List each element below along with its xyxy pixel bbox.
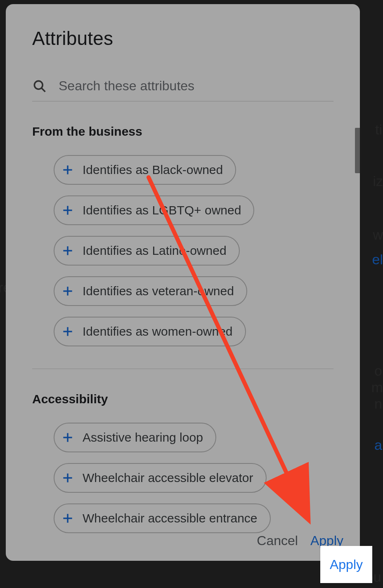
apply-highlight: Apply <box>320 546 372 583</box>
plus-icon <box>60 162 75 177</box>
bg-text: n <box>374 396 382 412</box>
plus-icon <box>60 430 75 445</box>
chip-label: Wheelchair accessible entrance <box>83 511 258 525</box>
chip-wheelchair-entrance[interactable]: Wheelchair accessible entrance <box>54 503 271 533</box>
chip-label: Identifies as veteran-owned <box>83 284 234 298</box>
cancel-button[interactable]: Cancel <box>257 533 298 548</box>
chip-label: Wheelchair accessible elevator <box>83 471 253 485</box>
chip-label: Assistive hearing loop <box>83 430 203 445</box>
chip-women-owned[interactable]: Identifies as women-owned <box>54 317 246 346</box>
plus-icon <box>60 470 75 485</box>
plus-icon <box>60 284 75 299</box>
search-input[interactable] <box>59 78 333 94</box>
chip-label: Identifies as LGBTQ+ owned <box>83 203 241 217</box>
svg-point-0 <box>34 81 43 89</box>
scrollbar-thumb[interactable] <box>355 128 360 173</box>
plus-icon <box>60 243 75 258</box>
chip-wheelchair-elevator[interactable]: Wheelchair accessible elevator <box>54 463 267 493</box>
svg-line-1 <box>42 88 45 92</box>
chip-veteran-owned[interactable]: Identifies as veteran-owned <box>54 276 247 306</box>
section-divider <box>32 369 333 369</box>
chip-label: Identifies as Latino-owned <box>83 244 227 258</box>
search-row <box>32 78 333 101</box>
search-icon <box>32 79 47 94</box>
bg-text: m <box>371 379 383 395</box>
modal-title: Attributes <box>32 27 333 49</box>
plus-icon <box>60 203 75 218</box>
section-title-accessibility: Accessibility <box>32 392 333 406</box>
chip-group-from-the-business: Identifies as Black-owned Identifies as … <box>32 155 333 346</box>
chip-lgbtq-owned[interactable]: Identifies as LGBTQ+ owned <box>54 195 254 225</box>
chip-label: Identifies as women-owned <box>83 325 233 339</box>
bg-text: iz <box>373 173 383 189</box>
chip-group-accessibility: Assistive hearing loop Wheelchair access… <box>32 423 333 533</box>
bg-text: el <box>372 252 383 268</box>
plus-icon <box>60 324 75 339</box>
bg-text: a <box>374 437 382 453</box>
bg-text: w <box>373 227 383 243</box>
bg-text: o <box>374 363 382 379</box>
apply-button[interactable]: Apply <box>330 557 363 572</box>
chip-assistive-hearing-loop[interactable]: Assistive hearing loop <box>54 423 216 452</box>
chip-black-owned[interactable]: Identifies as Black-owned <box>54 155 236 185</box>
attributes-modal: Attributes From the business Identifies … <box>6 4 360 561</box>
section-title-from-the-business: From the business <box>32 125 333 139</box>
bg-text: ti <box>375 122 382 138</box>
chip-latino-owned[interactable]: Identifies as Latino-owned <box>54 236 240 266</box>
chip-label: Identifies as Black-owned <box>83 163 223 177</box>
plus-icon <box>60 511 75 526</box>
